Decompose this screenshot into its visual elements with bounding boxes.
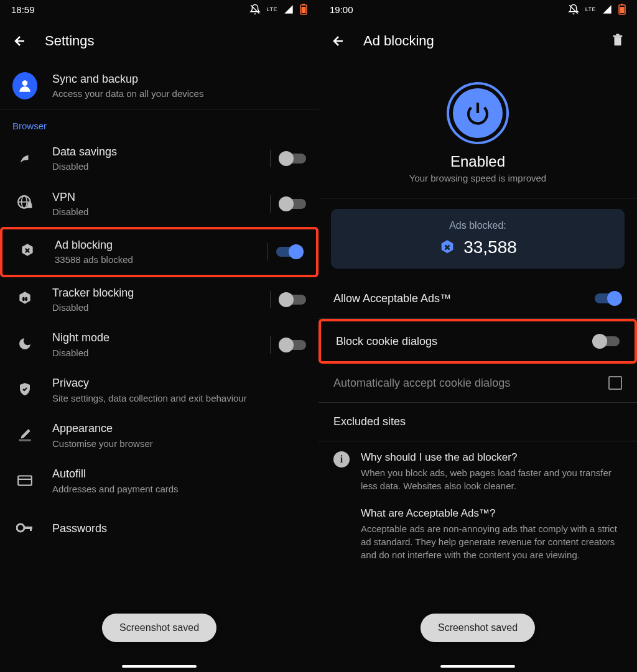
power-button[interactable]	[447, 82, 509, 144]
avatar-icon	[12, 72, 37, 99]
privacy-row[interactable]: Privacy Site settings, data collection a…	[0, 367, 318, 413]
auto-accept-label: Automatically accept cookie dialogs	[333, 377, 510, 390]
excluded-label: Excluded sites	[333, 415, 406, 428]
data-savings-toggle[interactable]	[279, 151, 306, 166]
svg-rect-19	[620, 7, 625, 13]
autofill-row[interactable]: Autofill Addresses and payment cards	[0, 458, 318, 504]
nightmode-subtitle: Disabled	[52, 347, 264, 359]
section-browser: Browser	[0, 109, 318, 136]
auto-accept-checkbox	[608, 376, 622, 390]
excluded-sites-row[interactable]: Excluded sites	[318, 403, 637, 441]
auto-accept-cookie-row: Automatically accept cookie dialogs	[318, 364, 637, 402]
key-icon	[16, 523, 34, 535]
svg-rect-21	[616, 34, 620, 35]
vpn-title: VPN	[52, 190, 264, 205]
nav-bar[interactable]	[0, 661, 318, 672]
svg-rect-10	[19, 439, 31, 441]
battery-icon	[300, 4, 307, 15]
info-acceptable-ads: What are Acceptable Ads™? Acceptable ads…	[318, 497, 637, 566]
back-arrow-icon[interactable]	[12, 34, 27, 48]
appearance-subtitle: Customise your browser	[52, 438, 306, 450]
vpn-row[interactable]: VPN Disabled	[0, 182, 318, 227]
toast: Screenshot saved	[102, 614, 216, 642]
hero-subtitle: Your browsing speed is improved	[409, 173, 546, 183]
sync-title: Sync and backup	[52, 72, 306, 86]
svg-point-13	[17, 524, 24, 532]
svg-rect-11	[18, 476, 32, 485]
hex-badge-icon	[439, 239, 456, 256]
back-arrow-icon[interactable]	[331, 34, 346, 48]
nav-bar[interactable]	[318, 661, 637, 672]
tracker-toggle[interactable]	[279, 292, 306, 307]
page-title: Settings	[45, 33, 95, 49]
status-time: 19:00	[330, 4, 353, 15]
highlight-adblocking: Ad blocking 33588 ads blocked	[0, 227, 318, 277]
ad-blocking-row[interactable]: Ad blocking 33588 ads blocked	[2, 229, 316, 275]
block-cookie-toggle[interactable]	[592, 334, 620, 349]
paint-icon	[17, 426, 33, 445]
allow-ads-toggle[interactable]	[595, 291, 622, 306]
nightmode-toggle[interactable]	[279, 338, 306, 352]
lte-label: LTE	[585, 6, 596, 12]
passwords-row[interactable]: Passwords	[0, 504, 318, 548]
tracker-title: Tracker blocking	[52, 286, 264, 300]
svg-point-9	[25, 297, 27, 301]
tracker-blocking-row[interactable]: Tracker blocking Disabled	[0, 277, 318, 323]
block-cookie-label: Block cookie dialogs	[336, 335, 437, 348]
sync-subtitle: Access your data on all your devices	[52, 88, 306, 100]
privacy-title: Privacy	[52, 376, 306, 390]
tracker-hex-icon	[17, 290, 33, 309]
ads-blocked-card: Ads blocked: 33,588	[331, 209, 625, 269]
nightmode-title: Night mode	[52, 331, 264, 345]
info-icon: i	[333, 451, 350, 467]
info1-title: Why should I use the ad blocker?	[361, 451, 622, 464]
moon-icon	[17, 336, 32, 354]
data-savings-row[interactable]: Data savings Disabled	[0, 136, 318, 182]
vpn-subtitle: Disabled	[52, 206, 264, 218]
svg-rect-20	[613, 35, 623, 37]
adblocking-title: Ad blocking	[55, 238, 261, 252]
svg-point-8	[22, 297, 25, 301]
status-time: 18:59	[11, 4, 35, 15]
svg-point-4	[22, 81, 28, 86]
appearance-title: Appearance	[52, 421, 306, 436]
autofill-subtitle: Addresses and payment cards	[52, 483, 306, 495]
info1-body: When you block ads, web pages load faste…	[361, 466, 622, 492]
stats-value: 33,588	[463, 237, 517, 257]
vpn-globe-icon	[17, 195, 33, 213]
app-bar: Ad blocking	[318, 19, 637, 63]
info2-title: What are Acceptable Ads™?	[361, 507, 622, 520]
sync-backup-row[interactable]: Sync and backup Access your data on all …	[0, 63, 318, 109]
shield-icon	[17, 382, 32, 399]
adblocking-pane: 19:00 LTE Ad blocking Enabled Your brows…	[318, 0, 637, 672]
page-title: Ad blocking	[363, 33, 434, 49]
info2-body: Acceptable ads are non-annoying ads that…	[361, 522, 622, 561]
trash-icon[interactable]	[611, 32, 625, 50]
night-mode-row[interactable]: Night mode Disabled	[0, 322, 318, 367]
bell-off-icon	[249, 4, 261, 15]
vpn-toggle[interactable]	[279, 196, 306, 211]
hero-title: Enabled	[450, 153, 505, 170]
svg-rect-18	[621, 4, 623, 5]
bell-off-icon	[568, 4, 579, 15]
privacy-subtitle: Site settings, data collection and exit …	[52, 392, 306, 405]
info-why-adblocker: i Why should I use the ad blocker? When …	[318, 441, 637, 497]
adblock-hex-icon	[19, 242, 35, 261]
passwords-title: Passwords	[52, 522, 306, 536]
data-savings-subtitle: Disabled	[52, 160, 264, 173]
allow-ads-label: Allow Acceptable Ads™	[333, 292, 451, 305]
appearance-row[interactable]: Appearance Customise your browser	[0, 413, 318, 458]
highlight-block-cookie: Block cookie dialogs	[318, 319, 637, 364]
block-cookie-dialogs-row[interactable]: Block cookie dialogs	[321, 321, 635, 361]
status-bar: 18:59 LTE	[0, 0, 318, 19]
svg-rect-15	[30, 527, 32, 531]
tracker-subtitle: Disabled	[52, 301, 264, 314]
adblocking-toggle[interactable]	[276, 244, 304, 259]
creditcard-icon	[17, 473, 33, 489]
allow-acceptable-ads-row[interactable]: Allow Acceptable Ads™	[318, 278, 637, 318]
app-bar: Settings	[0, 19, 318, 63]
svg-rect-2	[302, 4, 305, 5]
settings-pane: 18:59 LTE Settings Sync and backup Acces…	[0, 0, 318, 672]
autofill-title: Autofill	[52, 467, 306, 481]
leaf-icon	[17, 149, 33, 168]
